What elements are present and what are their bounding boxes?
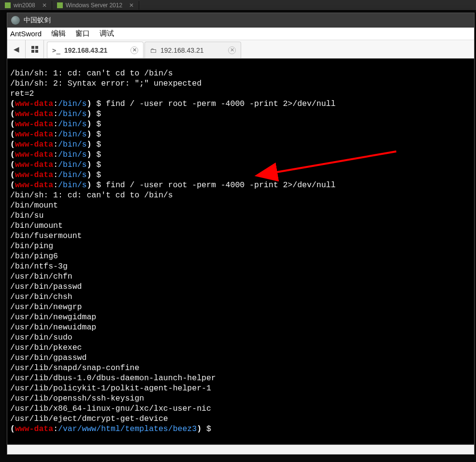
terminal-icon: >_ [52,46,60,54]
background-tabstrip: win2008 ✕ Windows Server 2012 ✕ [0,0,476,11]
terminal-line: /bin/sh: 2: Syntax error: ";" unexpected [10,78,471,89]
terminal-line: /usr/lib/policykit-1/polkit-agent-helper… [10,383,471,393]
tab-label: 192.168.43.21 [64,46,108,54]
bg-tab-label: Windows Server 2012 [66,2,122,9]
terminal-line: /usr/bin/passwd [10,282,471,292]
menu-debug[interactable]: 调试 [96,28,118,39]
terminal-line: /bin/fusermount [10,231,471,241]
statusbar [7,445,474,454]
terminal-line: (www-data:/bin/s) $ [10,170,471,180]
grid-icon [31,46,38,53]
terminal-line: (www-data:/bin/s) $ [10,160,471,170]
window-title: 中国蚁剑 [24,16,51,25]
terminal-line: /bin/sh: 1: cd: can't cd to /bin/s [10,190,471,200]
terminal-line: (www-data:/bin/s) $ find / -user root -p… [10,180,471,190]
grid-view-button[interactable] [26,40,44,58]
bg-tab-winserver2012[interactable]: Windows Server 2012 ✕ [52,1,139,10]
terminal-line: (www-data:/bin/s) $ [10,119,471,129]
terminal-line: /usr/bin/gpasswd [10,353,471,363]
bg-tab-win2008[interactable]: win2008 ✕ [0,1,52,10]
terminal-line: (www-data:/bin/s) $ [10,129,471,139]
tab-filemanager[interactable]: 🗀 192.168.43.21 ✕ [144,42,241,58]
app-icon [11,16,20,25]
terminal-line: /usr/bin/pkexec [10,343,471,353]
close-icon[interactable]: ✕ [130,46,138,54]
terminal-line: /bin/ping6 [10,251,471,261]
terminal-line: (www-data:/var/www/html/templates/beez3)… [10,424,471,434]
terminal-line: /usr/lib/dbus-1.0/dbus-daemon-launch-hel… [10,373,471,383]
terminal-line: /usr/bin/newgidmap [10,312,471,322]
terminal-line: /usr/bin/sudo [10,332,471,343]
terminal-line: /bin/ntfs-3g [10,261,471,271]
toolbar: ◀ >_ 192.168.43.21 ✕ 🗀 192.168.43.21 ✕ [7,40,474,59]
terminal-line: /bin/su [10,210,471,221]
menu-window[interactable]: 窗口 [72,28,94,39]
terminal-line: /usr/bin/newuidmap [10,322,471,332]
terminal-output[interactable]: /bin/sh: 1: cd: can't cd to /bin/s/bin/s… [7,59,474,445]
back-button[interactable]: ◀ [7,40,26,58]
terminal-line: (www-data:/bin/s) $ [10,109,471,119]
terminal-line: (www-data:/bin/s) $ [10,139,471,149]
terminal-line: (www-data:/bin/s) $ [10,149,471,160]
close-icon[interactable]: ✕ [42,2,47,9]
tabstrip: >_ 192.168.43.21 ✕ 🗀 192.168.43.21 ✕ [44,40,474,58]
vm-icon [57,2,63,8]
terminal-line: /usr/lib/x86_64-linux-gnu/lxc/lxc-user-n… [10,403,471,414]
terminal-line: /usr/lib/openssh/ssh-keysign [10,393,471,403]
vm-icon [5,2,11,8]
terminal-line: /usr/bin/chsh [10,292,471,302]
terminal-line: (www-data:/bin/s) $ find / -user root -p… [10,99,471,109]
terminal-line: /bin/umount [10,221,471,231]
terminal-line: /bin/ping [10,241,471,251]
terminal-line: /bin/mount [10,200,471,210]
tab-terminal[interactable]: >_ 192.168.43.21 ✕ [47,42,144,58]
terminal-line: /usr/lib/snapd/snap-confine [10,363,471,373]
brand-label: AntSword [10,30,42,38]
folder-icon: 🗀 [150,46,157,54]
close-icon[interactable]: ✕ [228,46,236,54]
terminal-line: /usr/bin/newgrp [10,302,471,312]
terminal-line: ret=2 [10,89,471,99]
menu-edit[interactable]: 编辑 [47,28,70,39]
terminal-line: /usr/lib/eject/dmcrypt-get-device [10,414,471,424]
terminal-line: /usr/bin/chfn [10,271,471,282]
close-icon[interactable]: ✕ [129,2,134,9]
titlebar[interactable]: 中国蚁剑 [7,13,474,28]
app-window: 中国蚁剑 AntSword 编辑 窗口 调试 ◀ >_ 192.168.43.2… [7,13,475,455]
menubar: AntSword 编辑 窗口 调试 [7,28,474,40]
tab-label: 192.168.43.21 [160,46,204,54]
bg-tab-label: win2008 [14,2,35,9]
terminal-line: /bin/sh: 1: cd: can't cd to /bin/s [10,68,471,78]
